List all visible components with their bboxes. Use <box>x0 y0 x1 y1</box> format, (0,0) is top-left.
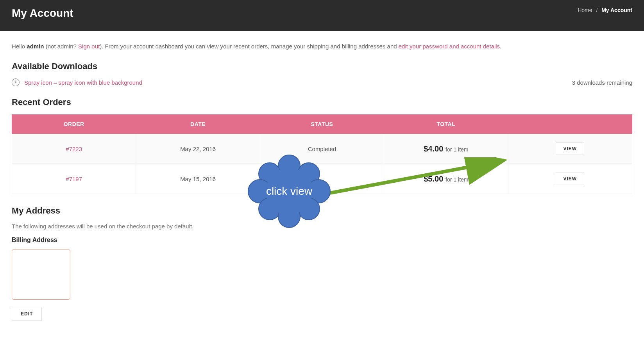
order-total: $4.00 for 1 item <box>384 134 508 164</box>
intro-user: admin <box>27 43 44 50</box>
orders-table: ORDER DATE STATUS TOTAL #7223 May 22, 20… <box>12 114 632 194</box>
billing-title: Billing Address <box>12 237 632 244</box>
download-icon <box>12 78 20 86</box>
order-status: Completed <box>260 134 384 164</box>
table-row: #7223 May 22, 2016 Completed $4.00 for 1… <box>12 134 632 164</box>
order-amount: $4.00 <box>424 144 443 153</box>
th-order: ORDER <box>12 115 136 134</box>
breadcrumb-sep: / <box>596 7 597 13</box>
th-total: TOTAL <box>384 115 508 134</box>
edit-account-link[interactable]: edit your password and account details <box>399 43 500 50</box>
billing-address-box <box>12 249 70 300</box>
orders-title: Recent Orders <box>12 97 632 107</box>
order-status <box>260 164 384 194</box>
address-desc: The following addresses will be used on … <box>12 223 632 230</box>
th-action <box>508 115 632 134</box>
order-suffix: for 1 item <box>444 146 468 153</box>
th-status: STATUS <box>260 115 384 134</box>
page-header: My Account Home / My Account <box>0 0 644 31</box>
breadcrumb-current: My Account <box>601 7 632 13</box>
order-total: $5.00 for 1 item <box>384 164 508 194</box>
view-button[interactable]: VIEW <box>556 142 584 155</box>
order-amount: $5.00 <box>424 174 443 183</box>
th-date: DATE <box>136 115 260 134</box>
downloads-title: Available Downloads <box>12 61 632 71</box>
page-title: My Account <box>12 7 73 20</box>
address-title: My Address <box>12 206 632 216</box>
intro-not-suffix: ). From your account dashboard you can v… <box>100 43 399 50</box>
order-suffix: for 1 item <box>444 176 468 183</box>
download-row: Spray icon – spray icon with blue backgr… <box>12 78 632 86</box>
downloads-remaining: 3 downloads remaining <box>572 79 632 86</box>
order-date: May 15, 2016 <box>136 164 260 194</box>
order-id-link[interactable]: #7223 <box>66 146 82 152</box>
breadcrumb-home[interactable]: Home <box>578 7 592 13</box>
download-link[interactable]: Spray icon – spray icon with blue backgr… <box>24 79 142 86</box>
intro-hello: Hello <box>12 43 27 50</box>
intro-not-prefix: (not admin? <box>44 43 79 50</box>
table-row: #7197 May 15, 2016 $5.00 for 1 item VIEW <box>12 164 632 194</box>
orders-header-row: ORDER DATE STATUS TOTAL <box>12 115 632 134</box>
edit-button[interactable]: EDIT <box>12 307 42 321</box>
content: Hello admin (not admin? Sign out). From … <box>0 31 644 333</box>
intro-period: . <box>500 43 501 50</box>
breadcrumb: Home / My Account <box>578 7 632 13</box>
intro-text: Hello admin (not admin? Sign out). From … <box>12 43 632 50</box>
order-date: May 22, 2016 <box>136 134 260 164</box>
sign-out-link[interactable]: Sign out <box>78 43 100 50</box>
view-button[interactable]: VIEW <box>556 173 584 185</box>
download-left: Spray icon – spray icon with blue backgr… <box>12 78 142 86</box>
order-id-link[interactable]: #7197 <box>66 176 82 182</box>
